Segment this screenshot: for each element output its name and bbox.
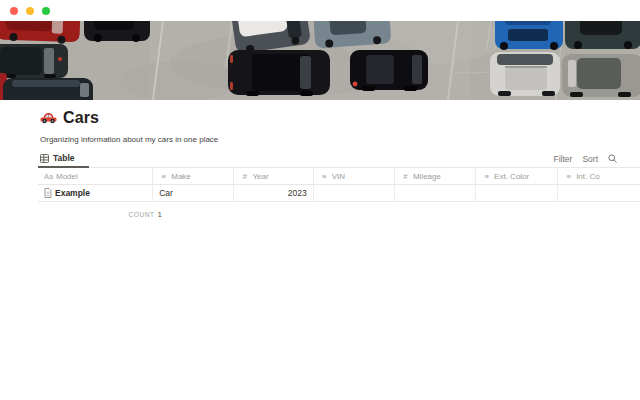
column-header-model[interactable]: AaModel xyxy=(38,168,153,184)
notion-window: Cars Organizing information about my car… xyxy=(0,0,640,400)
filter-button[interactable]: Filter xyxy=(554,154,573,164)
close-window-button[interactable] xyxy=(10,7,18,15)
cell-mileage[interactable] xyxy=(395,185,476,201)
titlebar xyxy=(0,0,640,21)
tab-table-view[interactable]: Table xyxy=(38,150,89,168)
tab-table-label: Table xyxy=(53,153,75,163)
table-grid-icon xyxy=(40,154,49,163)
number-property-icon: # xyxy=(240,172,249,181)
page-description: Organizing information about my cars in … xyxy=(40,135,218,144)
column-header-ext-color[interactable]: ≡Ext. Color xyxy=(476,168,558,184)
column-header-int-color[interactable]: ≡Int. Co xyxy=(558,168,640,184)
view-bar: Table Filter Sort xyxy=(38,150,640,168)
page-icon xyxy=(44,188,52,198)
table-header-row: AaModel ≡Make #Year ≡VIN #Mileage ≡Ext. … xyxy=(38,168,640,185)
column-header-make[interactable]: ≡Make xyxy=(153,168,234,184)
car-emoji-icon xyxy=(40,111,57,125)
number-property-icon: # xyxy=(401,172,410,181)
cell-ext-color[interactable] xyxy=(476,185,558,201)
column-header-mileage[interactable]: #Mileage xyxy=(395,168,476,184)
cell-make[interactable]: Car xyxy=(153,185,234,201)
text-property-icon: ≡ xyxy=(564,172,573,181)
table-row: Example Car 2023 xyxy=(38,185,640,202)
column-header-vin[interactable]: ≡VIN xyxy=(314,168,395,184)
title-property-icon: Aa xyxy=(44,172,53,181)
text-property-icon: ≡ xyxy=(159,172,168,181)
column-header-year[interactable]: #Year xyxy=(234,168,313,184)
page-title: Cars xyxy=(63,109,99,127)
count-value: 1 xyxy=(158,210,162,219)
count-label: COUNT xyxy=(128,211,154,218)
cell-vin[interactable] xyxy=(314,185,395,201)
sort-button[interactable]: Sort xyxy=(582,154,598,164)
minimize-window-button[interactable] xyxy=(26,7,34,15)
search-icon[interactable] xyxy=(608,154,617,163)
cell-int-color[interactable] xyxy=(558,185,640,201)
maximize-window-button[interactable] xyxy=(42,7,50,15)
text-property-icon: ≡ xyxy=(482,172,491,181)
text-property-icon: ≡ xyxy=(320,172,329,181)
database-table: AaModel ≡Make #Year ≡VIN #Mileage ≡Ext. … xyxy=(38,168,640,202)
cover-image xyxy=(0,21,640,100)
cell-model[interactable]: Example xyxy=(38,185,153,201)
cell-year[interactable]: 2023 xyxy=(234,185,313,201)
table-footer-count[interactable]: COUNT1 xyxy=(38,203,162,221)
